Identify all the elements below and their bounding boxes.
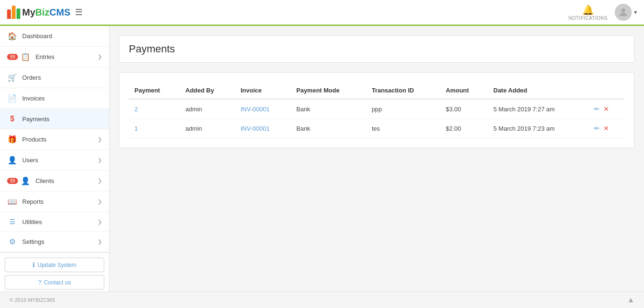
sidebar-item-dashboard[interactable]: 🏠 Dashboard xyxy=(0,26,109,47)
table-row: 1 admin INV-00001 Bank tes $2.00 5 March… xyxy=(129,119,625,138)
orders-icon: 🛒 xyxy=(7,73,17,82)
col-invoice: Invoice xyxy=(235,82,291,99)
chevron-icon: ❯ xyxy=(98,157,102,163)
chevron-icon: ❯ xyxy=(98,199,102,205)
copyright: © 2019 MYBIZCMS xyxy=(9,297,55,303)
svg-point-0 xyxy=(621,8,625,12)
main-layout: 🏠 Dashboard 99 📋 Entries ❯ 🛒 Orders 📄 In… xyxy=(0,26,644,291)
cell-actions: ✏ ✕ xyxy=(588,99,625,119)
topbar-right: 🔔 NOTIFICATIONS ▾ xyxy=(569,4,637,21)
sidebar-footer: ℹ Update System ? Contact us 🌐 https://m… xyxy=(0,252,109,291)
chevron-icon: ❯ xyxy=(98,219,102,225)
cell-added-by: admin xyxy=(180,119,235,138)
cell-invoice: INV-00001 xyxy=(235,99,291,119)
col-payment: Payment xyxy=(129,82,180,99)
clients-badge: 99 xyxy=(7,178,18,184)
user-menu[interactable]: ▾ xyxy=(615,4,637,21)
payments-icon: $ xyxy=(7,115,17,123)
cell-amount: $2.00 xyxy=(440,119,488,138)
delete-button[interactable]: ✕ xyxy=(603,125,609,132)
edit-button[interactable]: ✏ xyxy=(594,105,600,113)
sidebar-label-clients: Clients xyxy=(35,177,98,184)
payments-table: Payment Added By Invoice Payment Mode Tr… xyxy=(129,82,625,138)
sidebar-label-users: Users xyxy=(22,157,98,164)
hamburger-icon[interactable]: ☰ xyxy=(75,7,83,17)
entries-badge: 99 xyxy=(7,54,18,60)
logo-bar-orange xyxy=(12,6,16,19)
sidebar-item-entries[interactable]: 99 📋 Entries ❯ xyxy=(0,47,109,67)
notifications-button[interactable]: 🔔 NOTIFICATIONS xyxy=(569,4,608,21)
logo-my: My xyxy=(22,7,35,18)
sidebar-item-products[interactable]: 🎁 Products ❯ xyxy=(0,129,109,150)
sidebar-item-settings[interactable]: ⚙ Settings ❯ xyxy=(0,232,109,252)
info-icon: ℹ xyxy=(33,261,35,268)
table-row: 2 admin INV-00001 Bank ppp $3.00 5 March… xyxy=(129,99,625,119)
products-icon: 🎁 xyxy=(7,135,17,144)
payment-link[interactable]: 2 xyxy=(134,106,138,113)
logo-cms: CMS xyxy=(50,7,70,18)
sidebar-label-dashboard: Dashboard xyxy=(22,33,102,40)
sidebar-item-reports[interactable]: 📖 Reports ❯ xyxy=(0,191,109,212)
page-footer: © 2019 MYBIZCMS ▲ xyxy=(0,291,644,308)
avatar xyxy=(615,4,632,21)
logo-bar-green xyxy=(17,8,20,19)
chevron-icon: ❯ xyxy=(98,178,102,184)
col-date-added: Date Added xyxy=(488,82,588,99)
sidebar-label-reports: Reports xyxy=(22,198,98,205)
question-icon: ? xyxy=(38,279,42,286)
sidebar-item-utilities[interactable]: ☰ Utilities ❯ xyxy=(0,212,109,232)
settings-icon: ⚙ xyxy=(7,237,17,246)
table-header: Payment Added By Invoice Payment Mode Tr… xyxy=(129,82,625,99)
sidebar-label-utilities: Utilities xyxy=(22,218,98,225)
sidebar-item-payments[interactable]: $ Payments xyxy=(0,109,109,129)
invoices-icon: 📄 xyxy=(7,94,17,103)
sidebar-label-products: Products xyxy=(22,136,98,143)
cell-payment: 1 xyxy=(129,119,180,138)
chevron-icon: ❯ xyxy=(98,239,102,245)
sidebar-label-settings: Settings xyxy=(22,238,98,245)
sidebar-label-invoices: Invoices xyxy=(22,95,102,102)
cell-date-added: 5 March 2019 7:23 am xyxy=(488,119,588,138)
col-payment-mode: Payment Mode xyxy=(291,82,366,99)
sidebar-nav: 🏠 Dashboard 99 📋 Entries ❯ 🛒 Orders 📄 In… xyxy=(0,26,109,252)
sidebar-item-invoices[interactable]: 📄 Invoices xyxy=(0,88,109,109)
invoice-link[interactable]: INV-00001 xyxy=(241,125,269,132)
payments-table-card: Payment Added By Invoice Payment Mode Tr… xyxy=(119,72,635,148)
cell-payment-mode: Bank xyxy=(291,99,366,119)
sidebar-label-payments: Payments xyxy=(22,116,102,123)
contact-us-label: Contact us xyxy=(44,279,71,286)
payment-link[interactable]: 1 xyxy=(134,125,138,132)
entries-icon: 📋 xyxy=(20,52,31,61)
notifications-label: NOTIFICATIONS xyxy=(569,16,608,21)
sidebar-label-orders: Orders xyxy=(22,74,102,81)
table-body: 2 admin INV-00001 Bank ppp $3.00 5 March… xyxy=(129,99,625,138)
home-icon: 🏠 xyxy=(7,32,17,41)
sidebar-item-clients[interactable]: 99 👤 Clients ❯ xyxy=(0,171,109,191)
cell-invoice: INV-00001 xyxy=(235,119,291,138)
update-system-button[interactable]: ℹ Update System xyxy=(5,258,104,272)
col-amount: Amount xyxy=(440,82,488,99)
contact-us-button[interactable]: ? Contact us xyxy=(5,275,104,290)
sidebar-item-orders[interactable]: 🛒 Orders xyxy=(0,67,109,88)
cell-added-by: admin xyxy=(180,99,235,119)
cell-payment-mode: Bank xyxy=(291,119,366,138)
sidebar-item-users[interactable]: 👤 Users ❯ xyxy=(0,150,109,171)
edit-button[interactable]: ✏ xyxy=(594,125,600,132)
col-added-by: Added By xyxy=(180,82,235,99)
cell-payment: 2 xyxy=(129,99,180,119)
sidebar: 🏠 Dashboard 99 📋 Entries ❯ 🛒 Orders 📄 In… xyxy=(0,26,109,291)
invoice-link[interactable]: INV-00001 xyxy=(241,106,269,113)
logo-bars xyxy=(7,6,20,19)
scroll-top-button[interactable]: ▲ xyxy=(627,296,635,304)
sidebar-label-entries: Entries xyxy=(35,53,98,60)
bell-icon: 🔔 xyxy=(582,4,594,16)
topbar: MyBizCMS ☰ 🔔 NOTIFICATIONS ▾ xyxy=(0,0,644,26)
cell-transaction-id: tes xyxy=(366,119,440,138)
col-actions xyxy=(588,82,625,99)
reports-icon: 📖 xyxy=(7,197,17,206)
col-transaction-id: Transaction ID xyxy=(366,82,440,99)
chevron-icon: ❯ xyxy=(98,54,102,60)
chevron-icon: ❯ xyxy=(98,136,102,142)
delete-button[interactable]: ✕ xyxy=(603,105,609,113)
cell-amount: $3.00 xyxy=(440,99,488,119)
